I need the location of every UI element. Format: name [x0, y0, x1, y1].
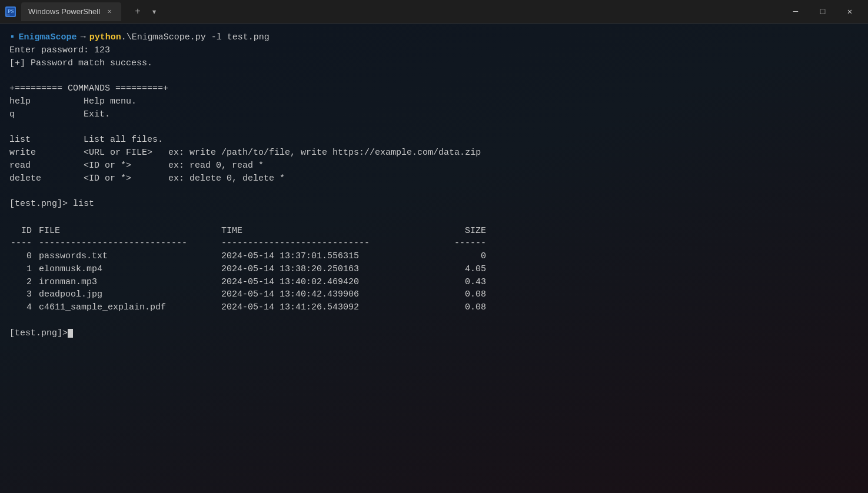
col-header-size: SIZE	[439, 225, 486, 238]
row-0-time: 2024-05-14 13:37:01.556315	[221, 250, 439, 263]
table-row: 1 elonmusk.mp4 2024-05-14 13:38:20.25016…	[9, 263, 859, 276]
success-line: [+] Password match success.	[9, 57, 859, 70]
prompt-python-keyword: python	[89, 31, 121, 44]
table-row: 0 passwords.txt 2024-05-14 13:37:01.5563…	[9, 250, 859, 263]
col-header-file: FILE	[39, 225, 221, 238]
sep-id: ----	[9, 237, 39, 250]
sep-size: ------	[439, 237, 486, 250]
titlebar-left: _ PS Windows PowerShell ✕ + ▾	[5, 2, 782, 21]
cmd-delete: delete <ID or *> ex: delete 0, delete *	[9, 172, 859, 185]
tab-dropdown-button[interactable]: ▾	[147, 5, 161, 19]
sep-file: ----------------------------	[39, 237, 221, 250]
tab-actions: + ▾	[131, 5, 161, 19]
table-row: 3 deadpool.jpg 2024-05-14 13:40:42.43990…	[9, 288, 859, 301]
sep-time: ----------------------------	[221, 237, 439, 250]
commands-header: +========= COMMANDS =========+	[9, 82, 859, 95]
table-row: 2 ironman.mp3 2024-05-14 13:40:02.469420…	[9, 276, 859, 289]
table-row: 4 c4611_sample_explain.pdf 2024-05-14 13…	[9, 301, 859, 314]
titlebar: _ PS Windows PowerShell ✕ + ▾ ─ □ ✕	[0, 0, 868, 24]
cmd-help: help Help menu.	[9, 95, 859, 108]
powershell-icon: _ PS	[5, 6, 16, 18]
col-header-time: TIME	[221, 225, 439, 238]
row-1-file: elonmusk.mp4	[39, 263, 221, 276]
table-header-row: ID FILE TIME SIZE	[9, 225, 859, 238]
row-3-id: 3	[9, 288, 39, 301]
final-prompt-line: [test.png]>	[9, 327, 859, 340]
blank-1	[9, 70, 859, 83]
cmd-write: write <URL or FILE> ex: write /path/to/f…	[9, 146, 859, 159]
blank-5	[9, 314, 859, 327]
cmd-list: list List all files.	[9, 134, 859, 146]
minimize-button[interactable]: ─	[782, 0, 809, 24]
new-tab-button[interactable]: +	[131, 5, 145, 19]
row-1-id: 1	[9, 263, 39, 276]
file-table: ID FILE TIME SIZE ---- -----------------…	[9, 225, 859, 314]
row-3-size: 0.08	[439, 288, 486, 301]
row-0-size: 0	[439, 250, 486, 263]
terminal-body[interactable]: ▪ EnigmaScope → python .\EnigmaScope.py …	[0, 24, 868, 493]
final-prompt-text: [test.png]>	[9, 327, 68, 340]
list-command-line: [test.png]> list	[9, 198, 859, 211]
cmd-read: read <ID or *> ex: read 0, read *	[9, 159, 859, 172]
titlebar-right: ─ □ ✕	[782, 0, 863, 24]
row-4-file: c4611_sample_explain.pdf	[39, 301, 221, 314]
row-4-time: 2024-05-14 13:41:26.543092	[221, 301, 439, 314]
blank-4	[9, 211, 859, 224]
tab-close-button[interactable]: ✕	[105, 7, 114, 16]
row-3-time: 2024-05-14 13:40:42.439906	[221, 288, 439, 301]
row-3-file: deadpool.jpg	[39, 288, 221, 301]
row-2-id: 2	[9, 276, 39, 289]
cursor	[68, 329, 73, 338]
blank-2	[9, 121, 859, 134]
col-header-id: ID	[9, 225, 39, 238]
close-button[interactable]: ✕	[836, 0, 863, 24]
prompt-arrow: →	[81, 31, 86, 44]
row-0-id: 0	[9, 250, 39, 263]
row-1-time: 2024-05-14 13:38:20.250163	[221, 263, 439, 276]
cmd-q: q Exit.	[9, 108, 859, 121]
prompt-directory: EnigmaScope	[19, 31, 77, 44]
blank-3	[9, 185, 859, 198]
prompt-command: .\EnigmaScope.py -l test.png	[121, 31, 270, 44]
tab-title: Windows PowerShell	[28, 7, 100, 16]
prompt-line: ▪ EnigmaScope → python .\EnigmaScope.py …	[9, 31, 859, 44]
row-0-file: passwords.txt	[39, 250, 221, 263]
prompt-square-icon: ▪	[9, 31, 15, 44]
powershell-window: _ PS Windows PowerShell ✕ + ▾ ─ □ ✕ ▪ En…	[0, 0, 868, 493]
password-line: Enter password: 123	[9, 44, 859, 57]
row-4-size: 0.08	[439, 301, 486, 314]
row-4-id: 4	[9, 301, 39, 314]
maximize-button[interactable]: □	[809, 0, 836, 24]
table-separator-row: ---- ---------------------------- ------…	[9, 237, 859, 250]
row-2-file: ironman.mp3	[39, 276, 221, 289]
row-2-size: 0.43	[439, 276, 486, 289]
svg-text:PS: PS	[8, 8, 14, 14]
active-tab[interactable]: Windows PowerShell ✕	[21, 2, 121, 21]
row-2-time: 2024-05-14 13:40:02.469420	[221, 276, 439, 289]
row-1-size: 4.05	[439, 263, 486, 276]
